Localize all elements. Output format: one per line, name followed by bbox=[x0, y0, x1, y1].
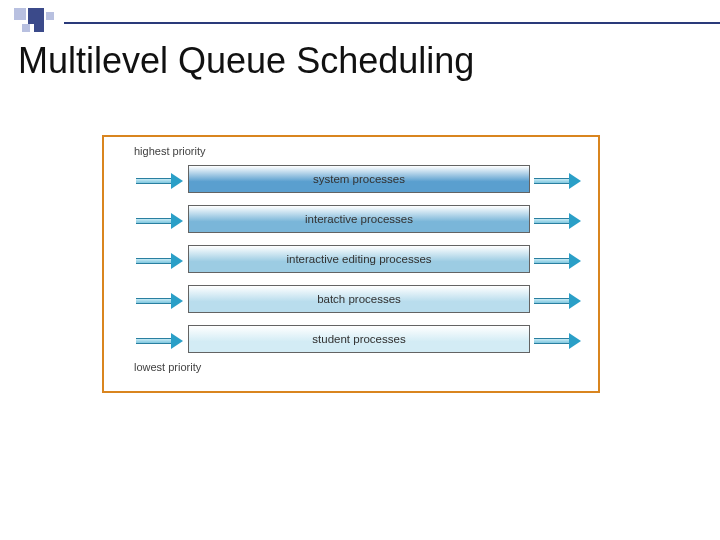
queue-row: interactive processes bbox=[116, 201, 586, 237]
diagram-frame: highest priority system processesinterac… bbox=[102, 135, 600, 393]
highest-priority-label: highest priority bbox=[134, 145, 586, 157]
arrow-out-icon bbox=[534, 171, 582, 187]
queue-box: interactive editing processes bbox=[188, 245, 530, 273]
queue-row: student processes bbox=[116, 321, 586, 357]
arrow-out-icon bbox=[534, 211, 582, 227]
queue-row: interactive editing processes bbox=[116, 241, 586, 277]
arrow-in-icon bbox=[136, 211, 184, 227]
header-rule bbox=[64, 22, 720, 24]
queue-row: system processes bbox=[116, 161, 586, 197]
arrow-out-icon bbox=[534, 291, 582, 307]
queue-row: batch processes bbox=[116, 281, 586, 317]
corner-deco-icon bbox=[14, 8, 64, 36]
queue-box: interactive processes bbox=[188, 205, 530, 233]
queue-box: system processes bbox=[188, 165, 530, 193]
arrow-out-icon bbox=[534, 251, 582, 267]
arrow-in-icon bbox=[136, 291, 184, 307]
arrow-out-icon bbox=[534, 331, 582, 347]
arrow-in-icon bbox=[136, 331, 184, 347]
lowest-priority-label: lowest priority bbox=[134, 361, 586, 373]
arrow-in-icon bbox=[136, 171, 184, 187]
slide-title: Multilevel Queue Scheduling bbox=[18, 40, 474, 82]
queue-box: student processes bbox=[188, 325, 530, 353]
queue-box: batch processes bbox=[188, 285, 530, 313]
arrow-in-icon bbox=[136, 251, 184, 267]
